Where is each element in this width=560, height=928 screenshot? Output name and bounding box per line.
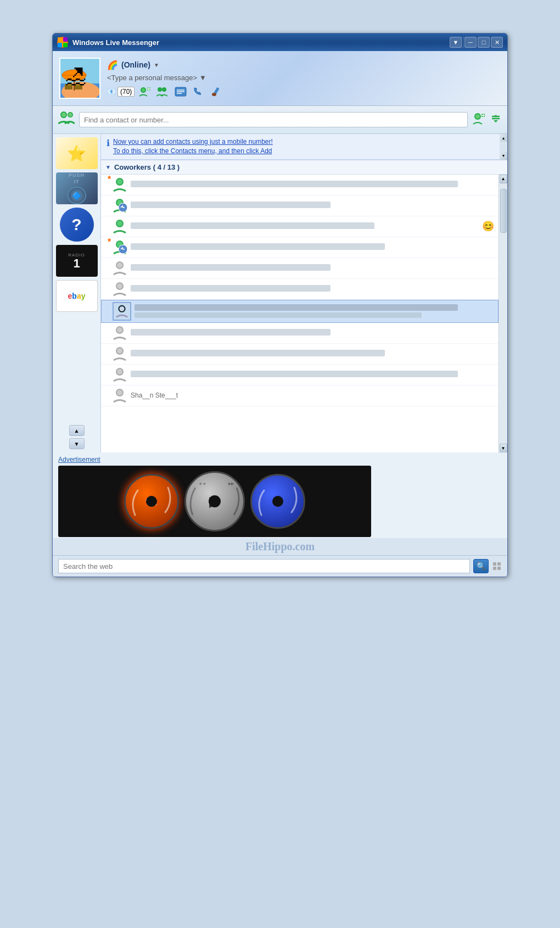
personal-message[interactable]: <Type a personal message> ▼ [107,74,501,82]
contact-item[interactable] [101,365,499,385]
contact-avatar: * [112,239,127,255]
contact-name-blur [131,222,374,229]
add-contact-toolbar-icon[interactable] [139,86,152,97]
ad-disc-center2 [272,496,283,507]
add-contact-icon[interactable] [472,112,485,128]
sidebar-widget-radio1[interactable]: RADIO 1 [56,245,98,277]
contact-name-blur [135,304,458,311]
contact-item[interactable]: * [101,175,499,195]
status-text: (Online) [121,60,150,69]
contact-new-icon: * [108,237,111,247]
contact-avatar [112,367,127,382]
search-input[interactable] [79,112,468,127]
svg-point-56 [119,306,124,311]
contact-name-area [135,304,494,318]
info-scroll-up-button[interactable]: ▲ [500,134,507,142]
sidebar-widget-ebay[interactable]: ebay [56,280,98,312]
svg-point-16 [142,88,145,92]
sidebar-down-button[interactable]: ▼ [69,438,85,449]
contact-name-partial: Sha__n Ste___t [131,392,494,399]
titlebar-controls: ▼ ─ □ ✕ [450,37,503,48]
contact-new-icon: * [108,175,111,185]
contact-item[interactable] [101,258,499,279]
titlebar-left: Windows Live Messenger [57,37,159,48]
bottom-corner-icon [493,562,502,570]
personal-message-text: <Type a personal message> [107,74,197,82]
scroll-thumb[interactable] [500,189,507,233]
contact-item[interactable] [101,195,499,216]
svg-rect-2 [58,43,62,47]
restore-button[interactable]: □ [478,37,490,48]
contact-name-blur [131,350,385,356]
web-search-button[interactable]: 🔍 [473,559,489,573]
svg-rect-11 [65,85,72,90]
mail-button[interactable]: 📧 (70) [107,87,135,97]
window-title: Windows Live Messenger [72,38,159,47]
ad-disc-center-main: ▶ ◄◄ ▶▶ [184,471,245,532]
contact-name-area [131,285,494,293]
minimize-button[interactable]: ─ [464,37,477,48]
contact-item[interactable]: Sha__n Ste___t [101,385,499,406]
svg-rect-68 [497,562,501,566]
contact-name-blur [131,371,458,377]
sidebar-widget-favorites[interactable]: ⭐ [56,137,98,169]
svg-text:◄◄: ◄◄ [198,482,206,485]
info-banner-text[interactable]: Now you can add contacts using just a mo… [113,137,273,156]
avatar[interactable] [59,58,100,99]
info-banner-line1: Now you can add contacts using just a mo… [113,137,273,147]
contact-avatar: * [112,177,127,192]
contact-item-selected[interactable] [101,300,499,323]
ad-section: Advertisement w. ▶ ◄◄ ▶▶ [53,452,507,538]
contact-item[interactable] [101,323,499,344]
scroll-up-button[interactable]: ▲ [500,175,507,183]
personal-message-arrow-icon: ▼ [199,74,206,82]
contact-item[interactable] [101,279,499,300]
windows-logo-icon [57,37,68,48]
phone-toolbar-icon[interactable] [192,86,205,97]
contact-status-blur [135,312,422,318]
news-toolbar-icon[interactable] [174,86,187,97]
close-button[interactable]: ✕ [491,37,503,48]
watermark-text: FileHippo.com [245,540,315,552]
svg-rect-3 [63,43,68,47]
sort-icon[interactable] [490,113,502,127]
svg-point-47 [117,221,122,226]
svg-marker-39 [494,120,498,122]
contact-item[interactable]: * [101,237,499,258]
main-area: ⭐ PUSH IT 🔷 ? RADIO 1 ebay [53,134,507,452]
contact-item[interactable]: 😊 [101,216,499,237]
contact-avatar [112,325,127,340]
contact-name-blur [131,243,385,250]
group-header-coworkers[interactable]: ▼ Coworkers ( 4 / 13 ) [101,160,507,175]
menu-button[interactable]: ▼ [450,37,462,48]
ad-disc-left: w. [124,474,179,529]
svg-rect-69 [493,567,496,570]
svg-point-60 [117,348,122,354]
svg-point-31 [69,113,72,117]
contact-name-area [131,371,494,379]
ad-disc-center-hole [209,495,221,507]
ad-banner[interactable]: w. ▶ ◄◄ ▶▶ C [58,466,371,537]
people-icon[interactable] [58,110,75,129]
contact-item[interactable] [101,344,499,365]
mail-count: (70) [117,87,135,97]
scroll-down-button[interactable]: ▼ [500,444,507,452]
scroll-track[interactable] [500,183,507,444]
sidebar-up-button[interactable]: ▲ [69,425,85,436]
left-sidebar: ⭐ PUSH IT 🔷 ? RADIO 1 ebay [53,134,101,452]
info-scroll-down-button[interactable]: ▼ [500,152,507,160]
avatar-image [60,59,99,98]
brush-toolbar-icon[interactable] [209,86,222,97]
contact-avatar [112,346,127,361]
web-search-input[interactable] [58,559,470,573]
svg-text:▶▶: ▶▶ [228,482,234,485]
sidebar-widget-help[interactable]: ? [60,208,94,242]
contact-avatar [112,198,127,213]
svg-point-54 [117,283,122,289]
titlebar: Windows Live Messenger ▼ ─ □ ✕ [53,33,507,51]
sidebar-widget-pushit[interactable]: PUSH IT 🔷 [56,172,98,204]
contacts-toolbar-icon[interactable] [156,86,170,97]
status-dropdown-icon[interactable]: ▼ [154,62,159,68]
sidebar-nav-arrows: ▲ ▼ [69,425,85,449]
svg-point-33 [475,114,480,119]
